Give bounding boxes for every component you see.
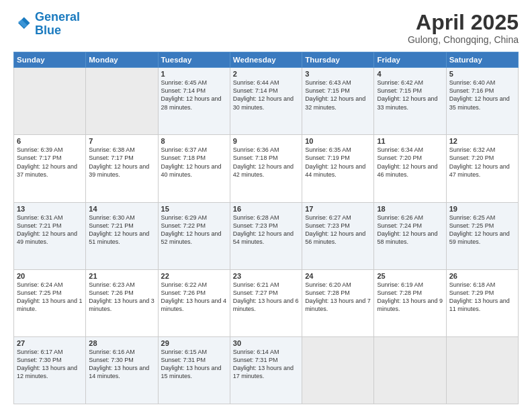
day-number: 4 bbox=[377, 70, 443, 78]
calendar-week-row: 1Sunrise: 6:45 AM Sunset: 7:14 PM Daylig… bbox=[14, 68, 519, 135]
day-info: Sunrise: 6:35 AM Sunset: 7:19 PM Dayligh… bbox=[305, 146, 371, 179]
day-number: 2 bbox=[233, 70, 299, 78]
logo-icon bbox=[13, 15, 32, 34]
day-number: 11 bbox=[377, 137, 443, 145]
calendar-day-header: Tuesday bbox=[158, 52, 230, 68]
day-number: 1 bbox=[161, 70, 227, 78]
day-info: Sunrise: 6:23 AM Sunset: 7:26 PM Dayligh… bbox=[89, 281, 154, 314]
day-number: 7 bbox=[89, 137, 154, 145]
day-number: 12 bbox=[449, 137, 515, 145]
calendar-week-row: 27Sunrise: 6:17 AM Sunset: 7:30 PM Dayli… bbox=[14, 336, 519, 404]
day-info: Sunrise: 6:18 AM Sunset: 7:29 PM Dayligh… bbox=[449, 281, 515, 314]
calendar-day-cell: 20Sunrise: 6:24 AM Sunset: 7:25 PM Dayli… bbox=[14, 269, 86, 336]
day-info: Sunrise: 6:37 AM Sunset: 7:18 PM Dayligh… bbox=[161, 146, 227, 179]
calendar-day-cell bbox=[86, 68, 158, 135]
day-number: 22 bbox=[161, 272, 227, 280]
calendar-day-cell bbox=[14, 68, 86, 135]
day-number: 30 bbox=[233, 339, 299, 347]
day-number: 28 bbox=[89, 339, 154, 347]
calendar-day-cell: 12Sunrise: 6:32 AM Sunset: 7:20 PM Dayli… bbox=[446, 135, 518, 202]
logo: GeneralBlue bbox=[13, 11, 80, 38]
day-info: Sunrise: 6:27 AM Sunset: 7:23 PM Dayligh… bbox=[305, 214, 371, 246]
calendar-day-cell: 13Sunrise: 6:31 AM Sunset: 7:21 PM Dayli… bbox=[14, 202, 86, 269]
day-number: 16 bbox=[233, 205, 299, 213]
day-info: Sunrise: 6:36 AM Sunset: 7:18 PM Dayligh… bbox=[233, 146, 299, 179]
calendar-week-row: 20Sunrise: 6:24 AM Sunset: 7:25 PM Dayli… bbox=[14, 269, 519, 336]
calendar-day-cell: 7Sunrise: 6:38 AM Sunset: 7:17 PM Daylig… bbox=[86, 135, 158, 202]
day-info: Sunrise: 6:31 AM Sunset: 7:21 PM Dayligh… bbox=[17, 214, 83, 246]
calendar-day-cell: 22Sunrise: 6:22 AM Sunset: 7:26 PM Dayli… bbox=[158, 269, 230, 336]
calendar-day-cell: 29Sunrise: 6:15 AM Sunset: 7:31 PM Dayli… bbox=[158, 336, 230, 404]
day-number: 20 bbox=[17, 272, 83, 280]
day-number: 21 bbox=[89, 272, 154, 280]
calendar-day-cell: 28Sunrise: 6:16 AM Sunset: 7:30 PM Dayli… bbox=[86, 336, 158, 404]
day-info: Sunrise: 6:38 AM Sunset: 7:17 PM Dayligh… bbox=[89, 146, 154, 179]
day-info: Sunrise: 6:44 AM Sunset: 7:14 PM Dayligh… bbox=[233, 79, 299, 111]
day-info: Sunrise: 6:39 AM Sunset: 7:17 PM Dayligh… bbox=[17, 146, 83, 179]
day-number: 17 bbox=[305, 205, 371, 213]
day-number: 25 bbox=[377, 272, 443, 280]
day-info: Sunrise: 6:30 AM Sunset: 7:21 PM Dayligh… bbox=[89, 214, 154, 246]
calendar-day-cell: 21Sunrise: 6:23 AM Sunset: 7:26 PM Dayli… bbox=[86, 269, 158, 336]
day-number: 5 bbox=[449, 70, 515, 78]
calendar-day-cell: 25Sunrise: 6:19 AM Sunset: 7:28 PM Dayli… bbox=[374, 269, 446, 336]
calendar-day-header: Wednesday bbox=[230, 52, 302, 68]
day-info: Sunrise: 6:24 AM Sunset: 7:25 PM Dayligh… bbox=[17, 281, 83, 314]
day-info: Sunrise: 6:32 AM Sunset: 7:20 PM Dayligh… bbox=[449, 146, 515, 179]
day-info: Sunrise: 6:22 AM Sunset: 7:26 PM Dayligh… bbox=[161, 281, 227, 314]
day-number: 9 bbox=[233, 137, 299, 145]
day-info: Sunrise: 6:40 AM Sunset: 7:16 PM Dayligh… bbox=[449, 79, 515, 111]
calendar-day-cell bbox=[302, 336, 374, 404]
calendar-day-cell: 27Sunrise: 6:17 AM Sunset: 7:30 PM Dayli… bbox=[14, 336, 86, 404]
calendar-day-cell: 11Sunrise: 6:34 AM Sunset: 7:20 PM Dayli… bbox=[374, 135, 446, 202]
calendar-day-cell: 2Sunrise: 6:44 AM Sunset: 7:14 PM Daylig… bbox=[230, 68, 302, 135]
day-number: 19 bbox=[449, 205, 515, 213]
calendar-day-cell: 18Sunrise: 6:26 AM Sunset: 7:24 PM Dayli… bbox=[374, 202, 446, 269]
day-info: Sunrise: 6:14 AM Sunset: 7:31 PM Dayligh… bbox=[233, 348, 299, 381]
calendar-day-cell: 30Sunrise: 6:14 AM Sunset: 7:31 PM Dayli… bbox=[230, 336, 302, 404]
calendar-day-cell bbox=[446, 336, 518, 404]
calendar-day-cell: 26Sunrise: 6:18 AM Sunset: 7:29 PM Dayli… bbox=[446, 269, 518, 336]
day-info: Sunrise: 6:16 AM Sunset: 7:30 PM Dayligh… bbox=[89, 348, 154, 381]
calendar-day-header: Thursday bbox=[302, 52, 374, 68]
calendar-day-cell: 3Sunrise: 6:43 AM Sunset: 7:15 PM Daylig… bbox=[302, 68, 374, 135]
calendar-day-header: Sunday bbox=[14, 52, 86, 68]
day-number: 3 bbox=[305, 70, 371, 78]
calendar-day-cell: 17Sunrise: 6:27 AM Sunset: 7:23 PM Dayli… bbox=[302, 202, 374, 269]
calendar-header-row: SundayMondayTuesdayWednesdayThursdayFrid… bbox=[14, 52, 519, 68]
calendar-day-cell: 23Sunrise: 6:21 AM Sunset: 7:27 PM Dayli… bbox=[230, 269, 302, 336]
calendar-week-row: 6Sunrise: 6:39 AM Sunset: 7:17 PM Daylig… bbox=[14, 135, 519, 202]
day-info: Sunrise: 6:20 AM Sunset: 7:28 PM Dayligh… bbox=[305, 281, 371, 314]
header: GeneralBlue April 2025 Gulong, Chongqing… bbox=[13, 11, 519, 45]
day-info: Sunrise: 6:25 AM Sunset: 7:25 PM Dayligh… bbox=[449, 214, 515, 246]
day-number: 23 bbox=[233, 272, 299, 280]
day-info: Sunrise: 6:26 AM Sunset: 7:24 PM Dayligh… bbox=[377, 214, 443, 246]
logo-text: GeneralBlue bbox=[35, 11, 80, 38]
calendar-day-cell: 14Sunrise: 6:30 AM Sunset: 7:21 PM Dayli… bbox=[86, 202, 158, 269]
day-info: Sunrise: 6:15 AM Sunset: 7:31 PM Dayligh… bbox=[161, 348, 227, 381]
calendar-day-cell: 19Sunrise: 6:25 AM Sunset: 7:25 PM Dayli… bbox=[446, 202, 518, 269]
day-number: 6 bbox=[17, 137, 83, 145]
day-info: Sunrise: 6:19 AM Sunset: 7:28 PM Dayligh… bbox=[377, 281, 443, 314]
calendar-day-cell: 1Sunrise: 6:45 AM Sunset: 7:14 PM Daylig… bbox=[158, 68, 230, 135]
calendar-day-cell: 15Sunrise: 6:29 AM Sunset: 7:22 PM Dayli… bbox=[158, 202, 230, 269]
title-block: April 2025 Gulong, Chongqing, China bbox=[408, 11, 519, 45]
day-number: 26 bbox=[449, 272, 515, 280]
calendar-day-cell: 24Sunrise: 6:20 AM Sunset: 7:28 PM Dayli… bbox=[302, 269, 374, 336]
day-number: 24 bbox=[305, 272, 371, 280]
day-info: Sunrise: 6:42 AM Sunset: 7:15 PM Dayligh… bbox=[377, 79, 443, 111]
day-info: Sunrise: 6:43 AM Sunset: 7:15 PM Dayligh… bbox=[305, 79, 371, 111]
subtitle: Gulong, Chongqing, China bbox=[408, 34, 519, 45]
calendar-day-cell: 4Sunrise: 6:42 AM Sunset: 7:15 PM Daylig… bbox=[374, 68, 446, 135]
day-number: 29 bbox=[161, 339, 227, 347]
day-number: 10 bbox=[305, 137, 371, 145]
calendar-week-row: 13Sunrise: 6:31 AM Sunset: 7:21 PM Dayli… bbox=[14, 202, 519, 269]
page: GeneralBlue April 2025 Gulong, Chongqing… bbox=[0, 0, 532, 411]
main-title: April 2025 bbox=[408, 11, 519, 34]
calendar-day-cell bbox=[374, 336, 446, 404]
calendar-day-header: Saturday bbox=[446, 52, 518, 68]
day-number: 15 bbox=[161, 205, 227, 213]
calendar-day-cell: 9Sunrise: 6:36 AM Sunset: 7:18 PM Daylig… bbox=[230, 135, 302, 202]
calendar-day-header: Monday bbox=[86, 52, 158, 68]
calendar-day-header: Friday bbox=[374, 52, 446, 68]
